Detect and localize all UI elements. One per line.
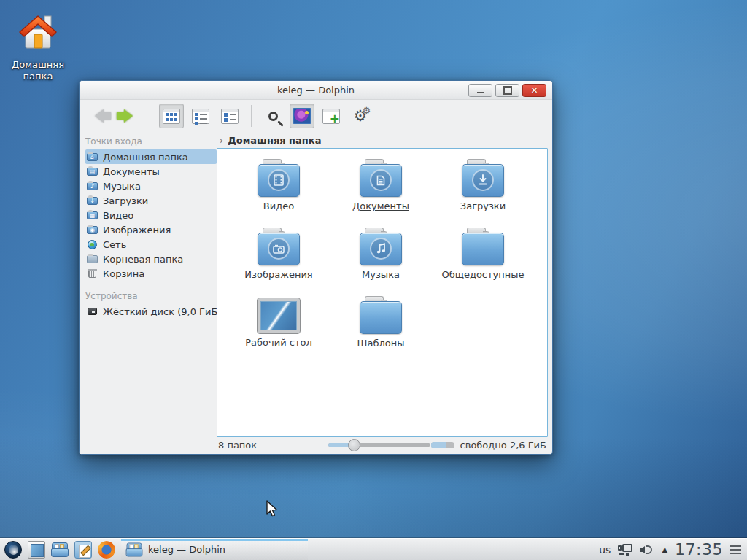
camera-emblem-icon <box>268 238 290 260</box>
search-icon <box>268 112 278 121</box>
place-item-documents[interactable]: ▤ Документы <box>85 164 217 179</box>
place-item-images[interactable]: ◉ Изображения <box>85 222 217 237</box>
folder-item-templates[interactable]: Шаблоны <box>330 296 432 365</box>
music-note-emblem-icon <box>370 238 392 260</box>
folder-icon <box>360 228 402 265</box>
folder-label[interactable]: Загрузки <box>460 201 506 211</box>
documents-folder-icon: ▤ <box>87 166 98 177</box>
folder-item-documents[interactable]: Документы <box>330 159 432 228</box>
place-label: Корневая папка <box>103 254 183 265</box>
system-tray: us ▲ 17:35 <box>599 540 743 559</box>
split-view-button[interactable] <box>319 104 344 128</box>
close-button[interactable] <box>522 84 546 97</box>
downloads-folder-icon: ↓ <box>87 195 98 206</box>
folder-label[interactable]: Видео <box>263 201 294 211</box>
back-button[interactable] <box>87 104 112 128</box>
clock[interactable]: 17:35 <box>675 540 723 559</box>
devices-header: Устройства <box>85 288 217 304</box>
folder-label[interactable]: Изображения <box>244 269 312 280</box>
hard-disk-icon <box>87 306 98 317</box>
home-house-icon <box>17 10 59 52</box>
place-item-home[interactable]: ⌂ Домашняя папка <box>85 149 217 164</box>
keyboard-layout-indicator[interactable]: us <box>599 544 611 556</box>
folder-item-public[interactable]: Общедоступные <box>432 228 534 296</box>
device-label: Жёсткий диск (9,0 ГиБ) <box>103 306 221 317</box>
icons-view-button[interactable] <box>159 104 184 128</box>
maximize-button[interactable] <box>495 84 519 97</box>
folder-item-music[interactable]: Музыка <box>330 228 432 296</box>
folder-item-desktop[interactable]: Рабочий стол <box>228 296 330 365</box>
free-space-text: свободно 2,6 ГиБ <box>460 440 546 451</box>
desktop-wallpaper: Домашняя папка keleg — Dolphin <box>0 0 747 560</box>
folder-label[interactable]: Музыка <box>362 269 400 280</box>
toolbar-separator <box>251 105 252 127</box>
network-tray-icon[interactable] <box>618 544 632 556</box>
chevron-right-icon: › <box>220 135 223 146</box>
folder-icon <box>462 228 504 265</box>
forward-arrow-icon <box>124 109 133 122</box>
folder-icon <box>360 159 402 197</box>
tray-expander-arrow-icon[interactable]: ▲ <box>662 545 667 553</box>
place-item-root[interactable]: Корневая папка <box>85 252 217 266</box>
text-editor-launcher-icon[interactable] <box>74 541 92 559</box>
folder-view[interactable]: Видео Документы <box>217 148 548 437</box>
place-item-music[interactable]: ♪ Музыка <box>85 179 217 193</box>
details-view-button[interactable] <box>188 104 213 128</box>
folder-label[interactable]: Документы <box>352 201 409 211</box>
folder-label[interactable]: Шаблоны <box>357 338 405 349</box>
home-folder-icon: ⌂ <box>87 151 98 163</box>
folder-label[interactable]: Рабочий стол <box>245 337 311 348</box>
device-item-harddisk[interactable]: Жёсткий диск (9,0 ГиБ) <box>85 304 217 319</box>
preview-toggle-button[interactable] <box>290 104 314 128</box>
zoom-slider[interactable] <box>328 443 430 447</box>
control-menu-button[interactable]: ⚙ <box>348 104 373 128</box>
breadcrumb[interactable]: › Домашняя папка <box>217 132 548 148</box>
place-item-trash[interactable]: Корзина <box>85 266 217 281</box>
folder-item-video[interactable]: Видео <box>228 159 330 228</box>
gear-icon: ⚙ <box>354 109 368 124</box>
video-emblem-icon <box>268 169 290 191</box>
place-label: Музыка <box>103 181 141 192</box>
dolphin-launcher-icon[interactable] <box>51 541 69 559</box>
minimize-button[interactable] <box>468 84 492 97</box>
folder-item-images[interactable]: Изображения <box>228 228 330 296</box>
place-item-downloads[interactable]: ↓ Загрузки <box>85 193 217 208</box>
places-header: Точки входа <box>85 133 217 149</box>
firefox-launcher-icon[interactable] <box>98 541 115 559</box>
place-label: Загрузки <box>103 195 148 206</box>
split-view-icon <box>322 109 340 124</box>
toolbar: ⚙ <box>80 100 552 132</box>
place-label: Документы <box>103 166 160 177</box>
disk-capacity-bar <box>431 442 454 448</box>
panel-toolbox-icon[interactable] <box>730 545 743 554</box>
folder-icon <box>258 159 300 197</box>
images-folder-icon: ◉ <box>87 224 98 236</box>
show-desktop-button[interactable] <box>28 541 45 559</box>
status-bar: 8 папок свободно 2,6 ГиБ <box>217 437 548 453</box>
folder-label[interactable]: Общедоступные <box>441 269 524 280</box>
trash-icon <box>87 268 98 279</box>
folder-icon <box>258 228 300 265</box>
forward-button[interactable] <box>116 104 141 128</box>
volume-tray-icon[interactable] <box>640 544 654 556</box>
download-emblem-icon <box>472 169 494 191</box>
application-launcher-button[interactable] <box>4 541 22 559</box>
place-label: Видео <box>103 210 133 221</box>
task-label: keleg — Dolphin <box>148 544 225 555</box>
breadcrumb-current[interactable]: Домашняя папка <box>228 135 321 146</box>
desktop-icon-home[interactable]: Домашняя папка <box>6 10 70 83</box>
taskbar: keleg — Dolphin us ▲ 17:35 <box>0 538 747 560</box>
place-item-network[interactable]: Сеть <box>85 237 217 252</box>
window-titlebar[interactable]: keleg — Dolphin <box>80 81 552 100</box>
taskbar-task-dolphin[interactable]: keleg — Dolphin <box>121 539 308 560</box>
folder-item-downloads[interactable]: Загрузки <box>432 159 534 228</box>
preview-image-icon <box>293 108 311 124</box>
zoom-slider-knob[interactable] <box>348 439 360 451</box>
details-view-icon <box>192 109 209 124</box>
video-folder-icon: ▦ <box>87 209 98 221</box>
mouse-cursor <box>265 500 279 518</box>
tree-view-button[interactable] <box>217 104 242 128</box>
place-item-video[interactable]: ▦ Видео <box>85 208 217 222</box>
search-button[interactable] <box>260 104 285 128</box>
folder-count: 8 папок <box>218 440 328 451</box>
